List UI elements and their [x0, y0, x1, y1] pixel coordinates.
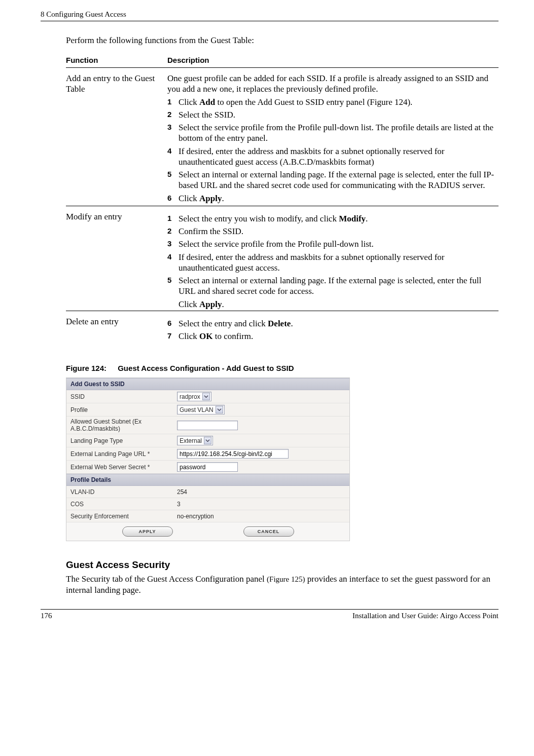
desc-cell: 1 Select the entry you wish to modify, a…	[167, 206, 499, 311]
step-number: 3	[167, 239, 179, 249]
section-paragraph: The Security tab of the Guest Access Con…	[66, 574, 499, 596]
func-cell: Delete an entry	[66, 311, 167, 344]
step-text: Select the service profile from the Prof…	[179, 122, 495, 144]
step-number: 6	[167, 193, 179, 203]
figure-title: Guest Access Configuration - Add Guest t…	[118, 364, 294, 372]
header-chapter: 8 Configuring Guest Access	[41, 10, 126, 19]
form-row-landing-type: Landing Page Type External	[66, 434, 349, 447]
table-row: Delete an entry 6 Select the entry and c…	[66, 311, 499, 344]
field-label: VLAN-ID	[70, 488, 177, 496]
step-number: 2	[167, 226, 179, 236]
form-row-landing-url: External Landing Page URL *	[66, 447, 349, 461]
intro-text: Perform the following functions from the…	[66, 35, 499, 46]
th-function: Function	[66, 53, 167, 68]
list-item: 3 Select the service profile from the Pr…	[167, 239, 495, 249]
list-item: 2 Select the SSID.	[167, 109, 495, 120]
desc-cell: 6 Select the entry and click Delete. 7 C…	[167, 311, 499, 344]
step-text: Select an internal or external landing p…	[179, 275, 495, 297]
step-number: 5	[167, 275, 179, 285]
th-description: Description	[167, 53, 499, 68]
select-value: Guest VLAN	[180, 406, 213, 413]
list-item: 1 Select the entry you wish to modify, a…	[167, 213, 495, 224]
step-text: Select an internal or external landing p…	[179, 169, 495, 191]
form-row-subnet: Allowed Guest Subnet (Ex A.B.C.D/maskbit…	[66, 417, 349, 434]
page-number: 176	[41, 612, 52, 620]
field-label: Security Enforcement	[70, 513, 177, 520]
profile-select[interactable]: Guest VLAN	[177, 405, 225, 414]
step-number: 6	[167, 318, 179, 328]
list-item: 3 Select the service profile from the Pr…	[167, 122, 495, 144]
list-item: 4 If desired, enter the address and mask…	[167, 146, 495, 168]
step-number: 1	[167, 213, 179, 223]
field-label: External Web Server Secret *	[70, 464, 177, 471]
step-text: Confirm the SSID.	[179, 226, 495, 237]
list-item: 1 Click Add to open the Add Guest to SSI…	[167, 97, 495, 107]
step-number: 5	[167, 169, 179, 179]
step-text: Select the entry and click Delete.	[179, 318, 495, 329]
function-table: Function Description Add an entry to the…	[66, 53, 499, 344]
detail-row-vlan: VLAN-ID 254	[66, 486, 349, 498]
form-row-secret: External Web Server Secret *	[66, 461, 349, 474]
step-number: 1	[167, 97, 179, 107]
panel-heading: Add Guest to SSID	[66, 378, 349, 390]
field-label: COS	[70, 501, 177, 508]
landing-url-input[interactable]	[177, 449, 289, 459]
list-item: 6 Select the entry and click Delete.	[167, 318, 495, 329]
subnet-input[interactable]	[177, 421, 238, 430]
cancel-button[interactable]: CANCEL	[243, 526, 294, 537]
form-row-profile: Profile Guest VLAN	[66, 403, 349, 417]
button-bar: APPLY CANCEL	[66, 522, 349, 541]
list-item: 2 Confirm the SSID.	[167, 226, 495, 237]
field-label: SSID	[70, 393, 177, 400]
list-item: 5 Select an internal or external landing…	[167, 169, 495, 191]
func-cell: Add an entry to the Guest Table	[66, 68, 167, 206]
desc-cell: One guest profile can be added for each …	[167, 68, 499, 206]
panel-heading: Profile Details	[66, 474, 349, 486]
step-text: Select the entry you wish to modify, and…	[179, 213, 495, 224]
page-footer: 176 Installation and User Guide: Airgo A…	[41, 609, 499, 620]
list-item: 6 Click Apply.	[167, 193, 495, 204]
apply-button[interactable]: APPLY	[122, 526, 173, 537]
detail-row-security: Security Enforcement no-encryption	[66, 510, 349, 522]
field-label: Profile	[70, 406, 177, 413]
func-cell: Modify an entry	[66, 206, 167, 311]
step-number: 2	[167, 109, 179, 120]
field-label: Landing Page Type	[70, 437, 177, 444]
step-text: If desired, enter the address and maskbi…	[179, 146, 495, 168]
figure-caption: Figure 124: Guest Access Configuration -…	[66, 364, 499, 372]
form-row-ssid: SSID radprox	[66, 390, 349, 403]
step-text: Select the SSID.	[179, 109, 495, 120]
step-text: Click OK to confirm.	[179, 331, 495, 342]
screenshot-add-guest: Add Guest to SSID SSID radprox Profile G…	[66, 377, 350, 541]
table-row: Modify an entry 1 Select the entry you w…	[66, 206, 499, 311]
ssid-select[interactable]: radprox	[177, 392, 211, 401]
footer-title: Installation and User Guide: Airgo Acces…	[352, 612, 499, 620]
select-value: radprox	[180, 393, 200, 400]
field-label: External Landing Page URL *	[70, 450, 177, 458]
step-text: Select the service profile from the Prof…	[179, 239, 495, 249]
step-text: Click Apply.	[179, 299, 495, 310]
desc-pre: One guest profile can be added for each …	[167, 73, 495, 95]
table-row: Add an entry to the Guest Table One gues…	[66, 68, 499, 206]
field-value: 254	[177, 488, 345, 496]
chevron-down-icon	[202, 393, 210, 400]
list-item: 5 Select an internal or external landing…	[167, 275, 495, 297]
step-number: 4	[167, 146, 179, 156]
section-heading: Guest Access Security	[66, 559, 499, 571]
step-text: If desired, enter the address and maskbi…	[179, 252, 495, 274]
detail-row-cos: COS 3	[66, 498, 349, 510]
step-text: Click Apply.	[179, 193, 495, 204]
secret-input[interactable]	[177, 462, 238, 472]
field-value: no-encryption	[177, 513, 345, 520]
step-number: 3	[167, 122, 179, 132]
page-header: 8 Configuring Guest Access	[41, 10, 499, 21]
step-text: Click Add to open the Add Guest to SSID …	[179, 97, 495, 107]
chevron-down-icon	[216, 406, 223, 413]
landing-type-select[interactable]: External	[177, 436, 213, 445]
list-item: 7 Click OK to confirm.	[167, 331, 495, 342]
list-item: 4 If desired, enter the address and mask…	[167, 252, 495, 274]
step-number: 4	[167, 252, 179, 262]
field-value: 3	[177, 501, 345, 508]
figure-number: Figure 124:	[66, 364, 106, 372]
step-number: 7	[167, 331, 179, 341]
